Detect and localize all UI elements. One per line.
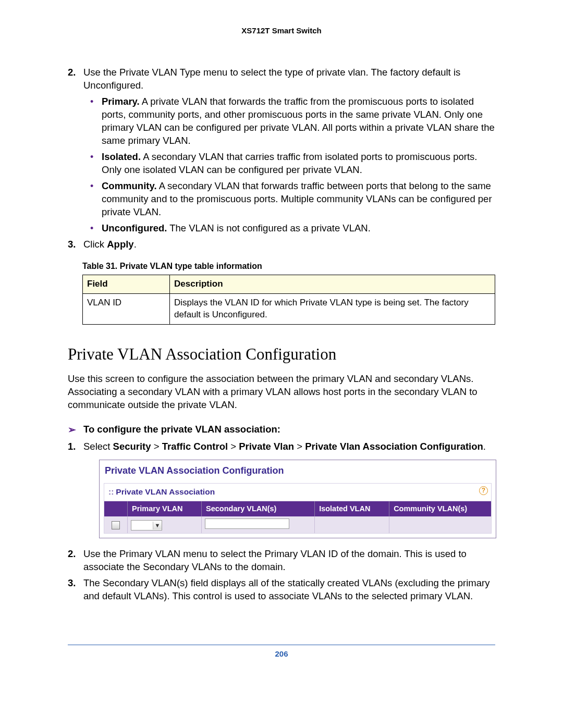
proc-step-1: 1. Select Security > Traffic Control > P… [83,440,495,539]
step-number: 1. [68,440,76,453]
step-number: 2. [68,66,76,79]
step-text: Use the Private VLAN Type menu to select… [83,67,460,91]
section-intro: Use this screen to configure the associa… [68,373,495,412]
subpanel-header: ::Private VLAN Association ? [104,484,491,501]
bullet-isolated: Isolated. A secondary VLAN that carries … [102,151,495,177]
section-heading: Private VLAN Association Configuration [68,343,495,365]
step-2: 2. Use the Private VLAN Type menu to sel… [83,66,495,235]
cell-desc: Displays the VLAN ID for which Private V… [170,294,495,325]
th-community-vlans: Community VLAN(s) [389,501,491,517]
table-row: VLAN ID Displays the VLAN ID for which P… [83,294,495,325]
chevron-down-icon: ▼ [153,522,162,529]
secondary-vlans-input[interactable] [205,519,289,529]
cell-field: VLAN ID [83,294,170,325]
th-primary-vlan: Primary VLAN [128,501,202,517]
ui-panel: Private VLAN Association Configuration :… [99,460,496,539]
bullet-primary: Primary. A private VLAN that forwards th… [102,95,495,147]
arrow-icon: ➢ [68,423,76,437]
procedure-heading: ➢ To configure the private VLAN associat… [68,423,495,436]
isolated-vlan-cell [315,516,389,533]
step-3: 3. Click Apply. [83,238,495,251]
th-field: Field [83,275,170,294]
th-description: Description [170,275,495,294]
subpanel: ::Private VLAN Association ? Primary VLA… [104,483,492,534]
community-vlans-cell [389,516,491,533]
page-number: 206 [68,649,495,658]
panel-title: Private VLAN Association Configuration [100,460,496,481]
bullet-unconfigured: Unconfigured. The VLAN is not configured… [102,222,495,235]
step-number: 2. [68,548,76,561]
table-row: ▼ [104,516,491,533]
vlan-type-list: Primary. A private VLAN that forwards th… [83,95,495,235]
th-isolated-vlan: Isolated VLAN [315,501,389,517]
document-header: XS712T Smart Switch [68,26,495,35]
table-caption: Table 31. Private VLAN type table inform… [82,261,495,272]
th-checkbox [104,501,128,517]
proc-step-2: 2. Use the Primary VLAN menu to select t… [83,548,495,574]
row-checkbox[interactable] [112,521,120,529]
primary-vlan-select[interactable]: ▼ [131,520,162,530]
association-table: Primary VLAN Secondary VLAN(s) Isolated … [104,501,491,534]
th-secondary-vlans: Secondary VLAN(s) [202,501,315,517]
private-vlan-type-table: Field Description VLAN ID Displays the V… [82,275,495,325]
proc-step-3: 3. The Secondary VLAN(s) field displays … [83,577,495,603]
help-icon[interactable]: ? [479,486,488,495]
step-number: 3. [68,577,76,590]
footer-rule [68,645,495,645]
step-number: 3. [68,238,76,251]
bullet-community: Community. A secondary VLAN that forward… [102,180,495,219]
